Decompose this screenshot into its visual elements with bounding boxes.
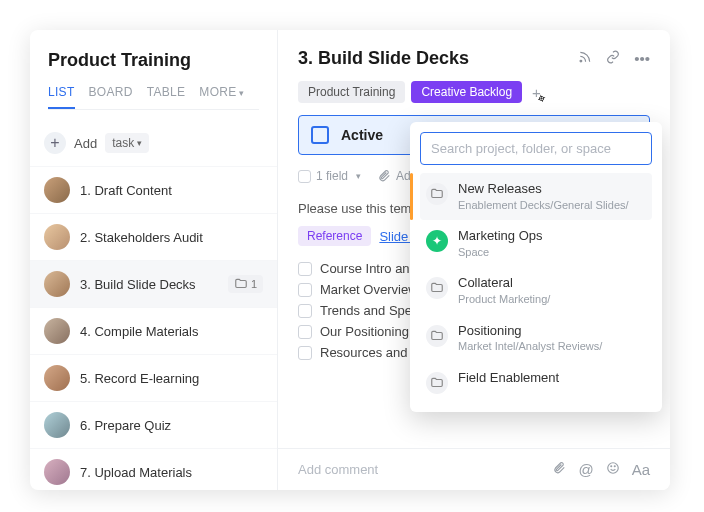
avatar: [44, 318, 70, 344]
add-task-button[interactable]: + Add task▾: [30, 120, 277, 166]
caret-down-icon: ▾: [356, 171, 361, 181]
project-picker-dropdown: New ReleasesEnablement Decks/General Sli…: [410, 122, 662, 412]
checkbox[interactable]: [298, 283, 312, 297]
svg-point-2: [610, 466, 611, 467]
fields-count[interactable]: 1 field▾: [298, 169, 361, 183]
tag-product-training[interactable]: Product Training: [298, 81, 405, 103]
task-row[interactable]: 5. Record E-learning: [30, 354, 277, 401]
link-icon[interactable]: [606, 50, 620, 67]
checkbox[interactable]: [298, 262, 312, 276]
dropdown-item[interactable]: ✦ Marketing OpsSpace: [420, 220, 652, 267]
rss-icon[interactable]: [578, 50, 592, 67]
square-icon: [298, 170, 311, 183]
avatar: [44, 459, 70, 485]
project-title: Product Training: [48, 50, 259, 71]
add-type-chip[interactable]: task▾: [105, 133, 149, 153]
format-icon[interactable]: Aa: [632, 461, 650, 478]
tab-table[interactable]: TABLE: [147, 85, 186, 109]
avatar: [44, 365, 70, 391]
space-icon: ✦: [426, 230, 448, 252]
svg-point-1: [607, 463, 618, 474]
tags-row: Product Training Creative Backlog + ⌖: [298, 81, 650, 103]
svg-point-3: [614, 466, 615, 467]
task-row[interactable]: 6. Prepare Quiz: [30, 401, 277, 448]
task-title: 3. Build Slide Decks: [298, 48, 469, 69]
task-row[interactable]: 1. Draft Content: [30, 166, 277, 213]
dropdown-item[interactable]: CollateralProduct Marketing/: [420, 267, 652, 314]
task-row[interactable]: 2. Stakeholders Audit: [30, 213, 277, 260]
mention-icon[interactable]: @: [578, 461, 593, 478]
attachment-icon[interactable]: [552, 461, 566, 478]
caret-down-icon: ▾: [137, 138, 142, 148]
task-row[interactable]: 7. Upload Materials: [30, 448, 277, 490]
avatar: [44, 412, 70, 438]
view-tabs: LIST BOARD TABLE MORE▾: [48, 85, 259, 110]
status-label: Active: [341, 127, 383, 143]
tab-list[interactable]: LIST: [48, 85, 75, 109]
avatar: [44, 177, 70, 203]
tab-board[interactable]: BOARD: [89, 85, 133, 109]
checkbox[interactable]: [298, 325, 312, 339]
add-label: Add: [74, 136, 97, 151]
checkbox[interactable]: [298, 346, 312, 360]
comment-bar: Add comment @ Aa: [278, 448, 670, 490]
plus-icon: +: [44, 132, 66, 154]
add-tag-button[interactable]: + ⌖: [528, 84, 545, 101]
task-row[interactable]: 3. Build Slide Decks 1: [30, 260, 277, 307]
task-list: 1. Draft Content 2. Stakeholders Audit 3…: [30, 166, 277, 490]
svg-point-0: [580, 60, 582, 62]
search-input[interactable]: [420, 132, 652, 165]
tab-more[interactable]: MORE▾: [199, 85, 244, 109]
dropdown-item[interactable]: Field Enablement: [420, 362, 652, 402]
comment-input[interactable]: Add comment: [298, 462, 378, 477]
cursor-icon: ⌖: [536, 89, 548, 107]
tag-creative-backlog[interactable]: Creative Backlog: [411, 81, 522, 103]
folder-icon: [426, 372, 448, 394]
app-window: Product Training LIST BOARD TABLE MORE▾ …: [30, 30, 670, 490]
sidebar: Product Training LIST BOARD TABLE MORE▾ …: [30, 30, 278, 490]
folder-badge: 1: [228, 275, 263, 293]
task-row[interactable]: 4. Compile Materials: [30, 307, 277, 354]
emoji-icon[interactable]: [606, 461, 620, 478]
reference-tag: Reference: [298, 226, 371, 246]
status-checkbox[interactable]: [311, 126, 329, 144]
avatar: [44, 224, 70, 250]
avatar: [44, 271, 70, 297]
folder-icon: [234, 277, 248, 291]
more-icon[interactable]: •••: [634, 50, 650, 67]
attachment-icon: [377, 169, 391, 183]
folder-icon: [426, 325, 448, 347]
dropdown-item[interactable]: PositioningMarket Intel/Analyst Reviews/: [420, 315, 652, 362]
folder-icon: [426, 277, 448, 299]
caret-down-icon: ▾: [239, 88, 244, 98]
folder-icon: [426, 183, 448, 205]
dropdown-item[interactable]: New ReleasesEnablement Decks/General Sli…: [420, 173, 652, 220]
checkbox[interactable]: [298, 304, 312, 318]
